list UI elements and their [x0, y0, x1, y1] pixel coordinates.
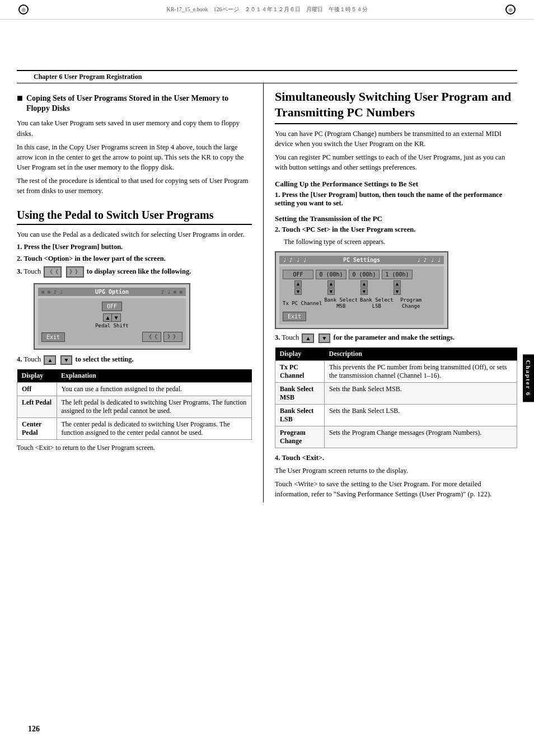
pedal-divider — [17, 224, 252, 225]
off-button[interactable]: OFF — [102, 302, 122, 311]
up-arrow[interactable]: ▲ — [104, 314, 112, 321]
right-step4: 4. Touch <Exit>. — [275, 454, 517, 462]
section1-para1: You can take User Program sets saved in … — [17, 118, 252, 138]
pc-settings-screen: ♩ ♪ ♩ ♩ PC Settings ♩ ♪ ♩ ♩ OFF ▲ ▼ — [275, 251, 448, 329]
screen-body: OFF ▲ ▼ Pedal Shift Exit 《《 — [38, 298, 186, 345]
pc-bank-lsb-updown: ▲ ▼ — [360, 280, 368, 295]
row2-display: Left Pedal — [17, 396, 57, 418]
pc-off-down[interactable]: ▼ — [294, 288, 302, 295]
step4-container: 4. Touch ▲ ▼ to select the setting. — [17, 355, 252, 365]
right-para2: You can register PC number settings to e… — [275, 152, 517, 172]
nav-left-button[interactable]: 《《 — [44, 266, 62, 278]
section1-heading: Coping Sets of User Programs Stored in t… — [26, 93, 252, 114]
pc-row2-desc: Sets the Bank Select MSB. — [325, 383, 517, 405]
step3-num: 3. — [17, 267, 22, 275]
pc-col-off: OFF ▲ ▼ — [283, 270, 313, 295]
pc-row1-display: Tx PC Channel — [275, 361, 325, 383]
section2-container: Using the Pedal to Switch User Programs … — [17, 208, 252, 453]
pc-col-description-hdr: Description — [325, 348, 517, 361]
pc-col-labels-row: Tx PC Channel Bank SelectMSB Bank Select… — [283, 297, 441, 309]
screen-deco-left: ≡ ≡ ♪ ♩ — [41, 289, 63, 295]
step4-text-after: to select the setting. — [76, 356, 134, 364]
top-strip: ⊕ KR-17_15_e.book 126ページ ２０１４年１２月６日 月曜日 … — [0, 0, 534, 20]
screen-deco-right: ♪ ♩ ≡ ≡ — [161, 289, 182, 295]
pc-screen-deco-left: ♩ ♪ ♩ ♩ — [283, 257, 306, 263]
chapter-header-title: Chapter 6 User Program Registration — [34, 73, 142, 81]
pc-bank-lsb-cell: 0 (00h) — [349, 270, 380, 279]
pc-table-head: Display Description — [275, 348, 517, 361]
page: Chapter 6 ⊕ KR-17_15_e.book 126ページ ２０１４年… — [0, 0, 534, 756]
exit-button[interactable]: Exit — [41, 332, 65, 342]
step4-up-icon: ▲ — [44, 356, 55, 364]
step1-text: Press the [User Program] button. — [24, 243, 123, 251]
table-row: Center Pedal The center pedal is dedicat… — [17, 418, 252, 440]
pc-prog-down[interactable]: ▼ — [394, 288, 401, 295]
pc-bank-lsb-down[interactable]: ▼ — [360, 288, 368, 295]
right-step3-num: 3. — [275, 334, 280, 341]
left-column: ■ Coping Sets of User Programs Stored in… — [17, 83, 252, 503]
pedal-col-explanation: Explanation — [57, 369, 251, 383]
pc-table-body: Tx PC Channel This prevents the PC numbe… — [275, 361, 517, 448]
nav-prev-button[interactable]: 《《 — [142, 332, 161, 342]
right-step2-text: Touch <PC Set> in the User Program scree… — [282, 226, 416, 233]
label-bank-msb: Bank SelectMSB — [324, 297, 358, 309]
pc-row4-display: Program Change — [275, 426, 325, 448]
right-step3-text-after: for the parameter and make the settings. — [334, 334, 455, 341]
label-bank-lsb: Bank SelectLSB — [360, 297, 394, 309]
corner-mark-tr: ⊕ — [505, 4, 516, 15]
pc-bank-msb-cell: 0 (00h) — [316, 270, 346, 279]
table-row: Tx PC Channel This prevents the PC numbe… — [275, 361, 517, 383]
right-step3: 3. Touch ▲ ▼ for the parameter and make … — [275, 334, 517, 343]
pc-bank-msb-down[interactable]: ▼ — [327, 288, 335, 295]
pedal-shift-label: Pedal Shift — [95, 323, 129, 328]
right-step4-num: 4. — [275, 454, 280, 462]
section2-intro: You can use the Pedal as a dedicated swi… — [17, 229, 252, 240]
pc-col-display-hdr: Display — [275, 348, 325, 361]
right-divider — [275, 123, 517, 124]
right-step2-note: The following type of screen appears. — [284, 237, 517, 247]
section2-heading: Using the Pedal to Switch User Programs — [17, 208, 252, 222]
table-row: Left Pedal The left pedal is dedicated t… — [17, 396, 252, 418]
pc-prog-updown: ▲ ▼ — [394, 280, 401, 295]
nav-buttons: 《《 》》 — [142, 332, 182, 342]
nav-next-button[interactable]: 》》 — [163, 332, 182, 342]
nav-right-button[interactable]: 》》 — [66, 266, 84, 278]
pc-row3-desc: Sets the Bank Select LSB. — [325, 405, 517, 426]
right-para1: You can have PC (Program Change) numbers… — [275, 129, 517, 149]
pc-screen-deco-right: ♩ ♪ ♩ ♩ — [417, 257, 441, 263]
pc-row3-display: Bank Select LSB — [275, 405, 325, 426]
right-step3-down-btn[interactable]: ▼ — [318, 334, 331, 343]
right-closing-para2: Touch <Write> to save the setting to the… — [275, 479, 517, 499]
pc-screen-title-bar: ♩ ♪ ♩ ♩ PC Settings ♩ ♪ ♩ ♩ — [279, 256, 444, 264]
pc-values-row: OFF ▲ ▼ 0 (00h) ▲ ▼ — [283, 270, 441, 295]
pc-exit-button[interactable]: Exit — [283, 312, 306, 321]
subsection2-heading: Setting the Transmission of the PC — [275, 214, 517, 223]
pc-prog-up[interactable]: ▲ — [394, 280, 401, 288]
right-step3-up-btn[interactable]: ▲ — [302, 334, 314, 343]
pc-off-up[interactable]: ▲ — [294, 280, 302, 288]
step4-down-button[interactable]: ▼ — [60, 355, 73, 365]
pc-bank-msb-up[interactable]: ▲ — [327, 280, 335, 288]
step1-num: 1. — [17, 243, 22, 251]
step4-text-before: Touch — [24, 356, 41, 364]
pedal-table-body: Off You can use a function assigned to t… — [17, 383, 252, 440]
right-step2: 2. Touch <PC Set> in the User Program sc… — [275, 226, 517, 234]
right-step4-text: Touch <Exit>. — [282, 454, 325, 462]
crop-mark-left: ⊕ — [17, 4, 30, 15]
chapter-tab: Chapter 6 — [523, 354, 534, 402]
updown-buttons[interactable]: ▲ ▼ — [103, 313, 120, 322]
screen-footer: Exit 《《 》》 — [41, 332, 182, 342]
pc-row2-display: Bank Select MSB — [275, 383, 325, 405]
section1-para3: The rest of the procedure is identical t… — [17, 176, 252, 196]
pc-screen-body: OFF ▲ ▼ 0 (00h) ▲ ▼ — [279, 266, 444, 325]
pc-bank-lsb-up[interactable]: ▲ — [360, 280, 368, 288]
section1-heading-box: ■ Coping Sets of User Programs Stored in… — [17, 93, 252, 114]
right-step3-down-icon: ▼ — [319, 334, 330, 342]
right-step1-text: Press the [User Program] button, then to… — [275, 191, 502, 207]
down-arrow[interactable]: ▼ — [112, 314, 120, 321]
pc-off-updown: ▲ ▼ — [294, 280, 302, 295]
step4-up-button[interactable]: ▲ — [44, 355, 56, 365]
step2: 2. Touch <Option> in the lower part of t… — [17, 255, 252, 263]
pc-col-prog-change: 1 (00h) ▲ ▼ — [382, 270, 413, 295]
pc-exit-row: Exit — [283, 312, 441, 321]
